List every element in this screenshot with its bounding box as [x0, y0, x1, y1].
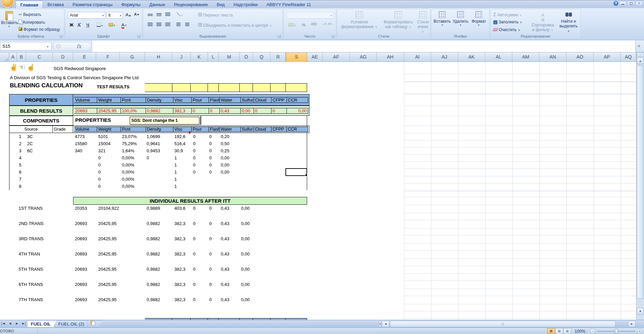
prev-sheet-button[interactable]: ◄ — [7, 320, 14, 327]
name-box-dropdown-icon[interactable]: ▼ — [46, 45, 49, 48]
number-format-combo[interactable]: ▼ — [286, 12, 334, 19]
component-row[interactable]: 7 0 0,00% 1 — [0, 176, 307, 183]
clipboard-dialog-launcher[interactable]: ◿ — [60, 35, 63, 38]
blend-result-cell[interactable]: 0,43 — [220, 108, 241, 114]
tab-data[interactable]: Данные — [145, 1, 170, 8]
property-header-cell[interactable]: CFPP — [272, 97, 287, 103]
column-header-A[interactable]: A — [9, 52, 17, 62]
column-header-AI[interactable]: AI — [404, 52, 431, 62]
horizontal-scrollbar[interactable]: ‖ ◄ ||| ► — [379, 321, 389, 327]
cut-button[interactable]: ✂ Вырезать — [19, 12, 41, 17]
sheet-tab-fuel-oil-2[interactable]: FUEL OIL (2) — [55, 320, 90, 328]
column-header-O[interactable]: O — [240, 52, 253, 62]
blend-result-cell[interactable]: 0 — [254, 108, 272, 114]
name-box[interactable]: S15▼ — [0, 42, 51, 50]
help-button[interactable]: ? — [614, 1, 618, 6]
next-sheet-button[interactable]: ► — [14, 320, 20, 327]
align-middle-button[interactable] — [155, 12, 163, 19]
underline-button[interactable]: Ч — [83, 22, 92, 29]
property-header-cell[interactable]: Pcnt — [121, 97, 146, 103]
column-header-AQ[interactable]: AQ — [621, 52, 636, 62]
property-header-cell[interactable]: Water — [220, 127, 241, 132]
tab-split-handle[interactable]: ‖ — [379, 321, 381, 327]
borders-button[interactable]: ▼ — [94, 22, 105, 29]
column-header-M[interactable]: M — [219, 52, 240, 62]
column-header-J[interactable]: J — [172, 52, 191, 62]
property-header-cell[interactable]: Sulfur — [241, 127, 254, 132]
clear-button[interactable]: Очистить ▼ — [493, 27, 520, 32]
test-result-cell[interactable] — [191, 83, 208, 92]
bold-button[interactable]: Ж — [68, 22, 75, 29]
property-header-cell[interactable]: Flash — [209, 127, 220, 132]
tab-formulas[interactable]: Формулы — [117, 1, 145, 8]
scroll-up-button[interactable]: ▲ — [637, 58, 644, 64]
test-result-cell[interactable] — [208, 83, 219, 92]
vertical-scrollbar[interactable]: − ▲ ▼ — [636, 52, 644, 320]
test-result-cell[interactable] — [172, 83, 191, 92]
blend-results-label-cell[interactable]: BLEND RESULTS — [9, 106, 73, 116]
conditional-formatting-button[interactable]: Условноеформатирование ▼ — [339, 11, 379, 29]
autosum-button[interactable]: Σ Автосумма ▼ — [493, 12, 522, 17]
column-header-AJ[interactable]: AJ — [431, 52, 458, 62]
percent-button[interactable]: % — [299, 22, 308, 29]
zoom-in-button[interactable]: + — [637, 329, 642, 334]
blend-results-row[interactable]: BLEND RESULTS 2069320425,95100,0%0,98823… — [9, 106, 309, 116]
decrease-indent-button[interactable] — [174, 22, 183, 29]
comma-button[interactable]: 000 — [309, 22, 319, 29]
column-header-AF[interactable]: AF — [323, 52, 350, 62]
expand-formula-bar-button[interactable]: » — [636, 40, 644, 52]
insert-function-button[interactable]: fx — [77, 43, 81, 49]
trans-row[interactable]: 3RD TRANS 20693 20425,95 0,9882 382,3 0 … — [0, 235, 307, 250]
split-handle[interactable]: − — [637, 53, 644, 57]
property-header-cell[interactable]: Volume — [74, 97, 97, 103]
tab-view[interactable]: Вид — [212, 1, 229, 8]
orientation-button[interactable]: ▼ — [174, 12, 185, 19]
property-header-cell[interactable]: Water — [220, 97, 241, 103]
column-header-AH[interactable]: AH — [377, 52, 404, 62]
source-label-cell[interactable]: Source — [9, 126, 53, 133]
column-header-AM[interactable]: AM — [512, 52, 539, 62]
insert-worksheet-button[interactable] — [88, 320, 102, 328]
property-header-cell[interactable]: Pour — [192, 97, 209, 103]
column-header-AG[interactable]: AG — [350, 52, 377, 62]
accounting-format-button[interactable]: ▼ — [286, 22, 299, 29]
blend-result-cell[interactable]: 0 — [209, 108, 220, 114]
scroll-right-button[interactable]: ► — [628, 321, 636, 327]
property-header-cell[interactable]: Visc — [173, 127, 192, 132]
column-header-H[interactable]: H — [145, 52, 172, 62]
scroll-left-button[interactable]: ◄ — [382, 321, 389, 327]
component-row[interactable]: 8 0 0,00% 1 — [0, 183, 307, 190]
blend-result-cell[interactable]: 0,9882 — [146, 108, 173, 114]
format-as-table-button[interactable]: Форматироватькак таблицу ▼ — [381, 11, 415, 29]
component-row[interactable]: 3 6C 340 321 1,64% 0,9453 30,9 0 0 0,25 — [0, 147, 307, 154]
decrease-decimal-button[interactable]: ,00→ — [327, 22, 334, 29]
column-header-AE[interactable]: AE — [307, 52, 323, 62]
view-normal-button[interactable]: ▦ — [547, 328, 555, 334]
vertical-scroll-thumb[interactable] — [637, 65, 644, 299]
blend-result-cell[interactable]: 0 — [192, 108, 209, 114]
tab-abbyy[interactable]: ABBYY FineReader 11 — [262, 1, 316, 8]
trans-row[interactable]: 6TH TRANS 20693 20425,95 0,9882 382,3 0 … — [0, 281, 307, 296]
blend-result-cell[interactable]: 100,0% — [121, 108, 146, 114]
property-header-cell[interactable]: Cloud — [254, 127, 272, 132]
align-right-button[interactable] — [164, 22, 172, 29]
blend-result-cell[interactable]: 382,3 — [173, 108, 192, 114]
test-results-cells[interactable] — [145, 83, 307, 92]
property-header-cell[interactable]: Weight — [97, 127, 121, 132]
last-sheet-button[interactable]: ►| — [20, 320, 27, 327]
trans-row[interactable]: 1ST TRANS 20353 20104,922 0,9889 403,6 0… — [0, 205, 307, 220]
component-row[interactable]: 2 2C 15580 15004 75,29% 0,9641 516,4 0 0… — [0, 140, 307, 147]
number-dialog-launcher[interactable]: ◿ — [331, 35, 335, 38]
tab-page-layout[interactable]: Разметка страницы — [68, 1, 117, 8]
property-header-cell[interactable]: Density — [146, 97, 173, 103]
test-result-cell[interactable] — [145, 83, 172, 92]
sheet-tab-fuel-oil[interactable]: FUEL OIL — [27, 320, 57, 328]
minimize-button[interactable] — [619, 1, 626, 6]
blend-result-cell[interactable]: 0,00 — [241, 108, 254, 114]
component-row[interactable]: 4 0 0,00% 0 1 0 0 0,00 — [0, 154, 307, 161]
property-header-cell[interactable]: CCR — [287, 97, 308, 103]
column-header-AK[interactable]: AK — [458, 52, 485, 62]
test-result-cell[interactable] — [219, 83, 240, 92]
format-painter-button[interactable]: Формат по образцу — [19, 27, 60, 32]
align-top-button[interactable] — [146, 12, 154, 19]
